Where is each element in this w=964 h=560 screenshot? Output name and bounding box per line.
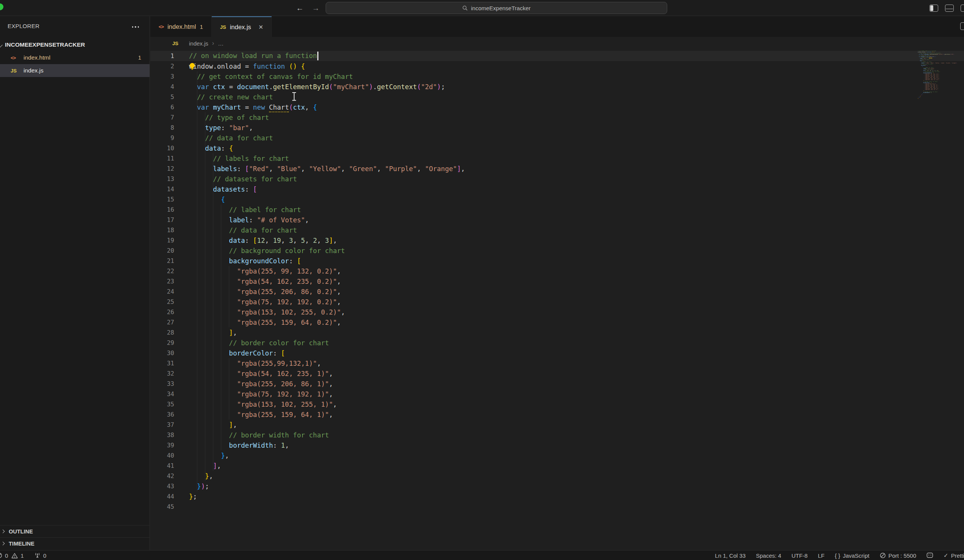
close-tab-icon[interactable]: ×	[259, 23, 264, 31]
tab-index-js[interactable]: JS index.js ×	[212, 16, 272, 37]
explorer-more-actions-icon[interactable]	[132, 26, 139, 28]
code-text[interactable]: "rgba(153, 102, 255, 0.2)",	[189, 308, 345, 316]
code-line[interactable]: 28 ],	[150, 327, 964, 338]
code-line[interactable]: 14 datasets: [	[150, 184, 964, 194]
code-text[interactable]: // type of chart	[189, 114, 269, 121]
line-number[interactable]: 37	[150, 421, 189, 428]
code-text[interactable]: });	[189, 483, 209, 490]
line-number[interactable]: 21	[150, 257, 189, 264]
line-number[interactable]: 10	[150, 145, 189, 152]
line-number[interactable]: 40	[150, 452, 189, 459]
code-text[interactable]: // on window load run a function	[189, 52, 318, 60]
line-number[interactable]: 29	[150, 339, 189, 347]
code-text[interactable]: type: "bar",	[189, 124, 253, 132]
line-number[interactable]: 45	[150, 503, 189, 510]
line-number[interactable]: 35	[150, 400, 189, 408]
code-text[interactable]: ],	[189, 421, 237, 429]
line-number[interactable]: 32	[150, 370, 189, 377]
code-text[interactable]: "rgba(75, 192, 192, 0.2)",	[189, 298, 341, 306]
language-status[interactable]: { } JavaScript	[835, 552, 869, 559]
code-text[interactable]: "rgba(153, 102, 255, 1)",	[189, 400, 337, 408]
code-text[interactable]: "rgba(255, 206, 86, 1)",	[189, 380, 333, 388]
code-text[interactable]: "rgba(54, 162, 235, 0.2)",	[189, 278, 341, 285]
line-number[interactable]: 20	[150, 247, 189, 254]
code-text[interactable]: "rgba(75, 192, 192, 1)",	[189, 391, 333, 398]
code-line[interactable]: 23 "rgba(54, 162, 235, 0.2)",	[150, 276, 964, 287]
live-server-port-status[interactable]: Port : 5500	[880, 552, 916, 559]
code-line[interactable]: 26 "rgba(153, 102, 255, 0.2)",	[150, 307, 964, 317]
timeline-section-header[interactable]: TIMELINE	[0, 537, 150, 549]
code-line[interactable]: 21 backgroundColor: [	[150, 256, 964, 266]
code-line[interactable]: 43 });	[150, 481, 964, 491]
code-line[interactable]: 8 type: "bar",	[150, 122, 964, 133]
code-line[interactable]: 45	[150, 501, 964, 512]
breadcrumb-file[interactable]: index.js	[189, 40, 208, 47]
code-line[interactable]: 2window.onload = function () {	[150, 61, 964, 71]
line-number[interactable]: 24	[150, 288, 189, 295]
line-number[interactable]: 17	[150, 216, 189, 223]
code-line[interactable]: 12 labels: ["Red", "Blue", "Yellow", "Gr…	[150, 163, 964, 174]
split-editor-icon[interactable]	[960, 23, 964, 30]
sidebar-item-index-html[interactable]: <> index.html 1	[0, 51, 150, 64]
code-line[interactable]: 44};	[150, 491, 964, 501]
line-number[interactable]: 33	[150, 380, 189, 387]
code-line[interactable]: 40 },	[150, 450, 964, 461]
minimap[interactable]: // on window load run a functionwindow.o…	[918, 51, 964, 99]
code-text[interactable]: var ctx = document.getElementById("myCha…	[189, 83, 445, 91]
line-number[interactable]: 26	[150, 308, 189, 316]
code-line[interactable]: 17 label: "# of Votes",	[150, 215, 964, 225]
line-number[interactable]: 13	[150, 175, 189, 182]
code-text[interactable]: datasets: [	[189, 186, 257, 193]
outline-section-header[interactable]: OUTLINE	[0, 525, 150, 537]
sidebar-item-index-js[interactable]: JS index.js	[0, 64, 150, 77]
toggle-sidebar-icon[interactable]	[930, 5, 938, 12]
line-number[interactable]: 15	[150, 196, 189, 203]
breadcrumb-more[interactable]: …	[218, 40, 223, 47]
line-number[interactable]: 14	[150, 186, 189, 193]
code-line[interactable]: 35 "rgba(153, 102, 255, 1)",	[150, 399, 964, 409]
line-number[interactable]: 18	[150, 226, 189, 234]
code-line[interactable]: 20 // background color for chart	[150, 246, 964, 256]
code-text[interactable]: "rgba(255, 99, 132, 0.2)",	[189, 267, 341, 275]
line-number[interactable]: 9	[150, 134, 189, 142]
code-line[interactable]: 3 // get context of canvas for id myChar…	[150, 71, 964, 81]
line-number[interactable]: 41	[150, 462, 189, 469]
code-text[interactable]: borderColor: [	[189, 350, 285, 357]
code-line[interactable]: 25 "rgba(75, 192, 192, 0.2)",	[150, 297, 964, 307]
line-number[interactable]: 31	[150, 360, 189, 367]
line-number[interactable]: 7	[150, 114, 189, 121]
nav-forward-icon[interactable]: →	[312, 4, 319, 13]
code-line[interactable]: 1// on window load run a function	[150, 51, 964, 61]
line-number[interactable]: 4	[150, 83, 189, 90]
code-text[interactable]: // background color for chart	[189, 247, 345, 255]
code-text[interactable]: {	[189, 196, 225, 203]
code-text[interactable]: data: {	[189, 145, 233, 152]
code-line[interactable]: 6 var myChart = new Chart(ctx, {	[150, 102, 964, 112]
code-text[interactable]: "rgba(255, 159, 64, 0.2)",	[189, 319, 341, 326]
code-line[interactable]: 30 borderColor: [	[150, 348, 964, 358]
code-text[interactable]: "rgba(255,99,132,1)",	[189, 360, 321, 367]
customize-layout-icon[interactable]	[961, 5, 964, 12]
code-line[interactable]: 11 // labels for chart	[150, 153, 964, 163]
code-line[interactable]: 31 "rgba(255,99,132,1)",	[150, 358, 964, 368]
code-line[interactable]: 16 // label for chart	[150, 205, 964, 215]
code-text[interactable]: "rgba(255, 159, 64, 1)",	[189, 411, 333, 418]
code-line[interactable]: 27 "rgba(255, 159, 64, 0.2)",	[150, 317, 964, 327]
line-number[interactable]: 11	[150, 155, 189, 162]
toggle-panel-icon[interactable]	[945, 5, 954, 12]
code-line[interactable]: 18 // data for chart	[150, 225, 964, 235]
code-line[interactable]: 19 data: [12, 19, 3, 5, 2, 3],	[150, 235, 964, 246]
command-center-search[interactable]: incomeExpenseTracker	[326, 2, 667, 14]
code-line[interactable]: 36 "rgba(255, 159, 64, 1)",	[150, 409, 964, 420]
line-number[interactable]: 39	[150, 442, 189, 449]
code-line[interactable]: 10 data: {	[150, 143, 964, 153]
code-text[interactable]: // label for chart	[189, 206, 301, 213]
line-number[interactable]: 44	[150, 493, 189, 500]
line-number[interactable]: 3	[150, 73, 189, 80]
line-number[interactable]: 25	[150, 298, 189, 305]
code-text[interactable]: window.onload = function () {	[189, 63, 305, 70]
code-line[interactable]: 41 ],	[150, 461, 964, 471]
lightbulb-icon[interactable]	[188, 62, 196, 70]
code-text[interactable]: "rgba(54, 162, 235, 1)",	[189, 370, 333, 378]
line-number[interactable]: 1	[150, 52, 189, 60]
